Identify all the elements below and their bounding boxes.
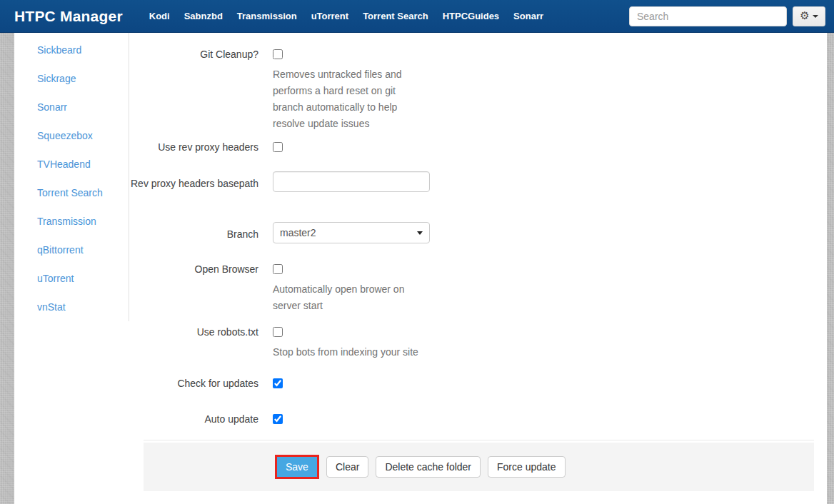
settings-form: Git Cleanup? Removes untracked files and… bbox=[130, 33, 814, 504]
nav-item-transmission[interactable]: Transmission bbox=[230, 1, 304, 31]
open-browser-checkbox[interactable] bbox=[273, 264, 283, 274]
check-updates-label: Check for updates bbox=[130, 376, 258, 390]
caret-down-icon bbox=[813, 15, 818, 18]
robots-label: Use robots.txt bbox=[130, 325, 258, 339]
navbar-right: ⚙ bbox=[629, 6, 834, 26]
git-cleanup-checkbox[interactable] bbox=[273, 49, 283, 59]
content-container: Sickbeard Sickrage Sonarr Squeezebox TVH… bbox=[14, 33, 827, 504]
sidebar-item-squeezebox[interactable]: Squeezebox bbox=[14, 121, 129, 150]
force-update-button[interactable]: Force update bbox=[488, 456, 566, 478]
sidebar-item-sickrage[interactable]: Sickrage bbox=[14, 64, 129, 93]
robots-checkbox[interactable] bbox=[273, 327, 283, 337]
sidebar-item-sickbeard[interactable]: Sickbeard bbox=[14, 36, 129, 64]
rev-proxy-checkbox[interactable] bbox=[273, 142, 283, 152]
sidebar-link[interactable]: uTorrent bbox=[37, 273, 74, 284]
sidebar-link[interactable]: Sickrage bbox=[37, 73, 76, 84]
check-updates-checkbox[interactable] bbox=[273, 378, 283, 388]
nav-item-sabnzbd[interactable]: Sabnzbd bbox=[177, 1, 230, 31]
annotation-highlight: Save bbox=[275, 455, 319, 479]
button-row: Save Clear Delete cache folder Force upd… bbox=[275, 455, 566, 479]
nav-item-htpcguides[interactable]: HTPCGuides bbox=[436, 1, 506, 31]
git-cleanup-label: Git Cleanup? bbox=[130, 47, 258, 61]
rev-proxy-label: Use rev proxy headers bbox=[130, 140, 258, 154]
sidebar-list: Sickbeard Sickrage Sonarr Squeezebox TVH… bbox=[14, 33, 129, 321]
branch-label: Branch bbox=[130, 222, 258, 241]
clear-button[interactable]: Clear bbox=[326, 456, 368, 478]
open-browser-help: Automatically open brower on server star… bbox=[273, 281, 426, 314]
sidebar-link[interactable]: vnStat bbox=[37, 301, 66, 313]
delete-cache-folder-button[interactable]: Delete cache folder bbox=[376, 456, 481, 478]
sidebar-link[interactable]: Squeezebox bbox=[37, 130, 93, 141]
sidebar-link[interactable]: Torrent Search bbox=[37, 187, 103, 198]
save-button[interactable]: Save bbox=[277, 457, 317, 477]
sidebar-link[interactable]: qBittorrent bbox=[37, 244, 84, 256]
nav-item-utorrent[interactable]: uTorrent bbox=[304, 1, 356, 31]
sidebar-link[interactable]: Sonarr bbox=[37, 101, 67, 113]
sidebar-item-transmission[interactable]: Transmission bbox=[14, 207, 129, 236]
gears-icon: ⚙ bbox=[800, 11, 809, 21]
auto-update-label: Auto update bbox=[130, 412, 258, 426]
form-footer-bar: Save Clear Delete cache folder Force upd… bbox=[144, 443, 814, 491]
sidebar-item-qbittorrent[interactable]: qBittorrent bbox=[14, 236, 129, 264]
open-browser-label: Open Browser bbox=[130, 262, 258, 276]
sidebar-link[interactable]: Transmission bbox=[37, 216, 96, 227]
nav-item-kodi[interactable]: Kodi bbox=[142, 1, 177, 31]
sidebar-link[interactable]: Sickbeard bbox=[37, 44, 81, 56]
sidebar-item-sonarr[interactable]: Sonarr bbox=[14, 93, 129, 121]
sidebar-item-vnstat[interactable]: vnStat bbox=[14, 293, 129, 321]
settings-dropdown-button[interactable]: ⚙ bbox=[793, 6, 825, 26]
settings-sidebar: Sickbeard Sickrage Sonarr Squeezebox TVH… bbox=[14, 33, 129, 321]
sidebar-item-tvheadend[interactable]: TVHeadend bbox=[14, 150, 129, 178]
branch-select[interactable]: master2 bbox=[273, 222, 430, 243]
nav-item-sonarr[interactable]: Sonarr bbox=[506, 1, 551, 31]
search-input[interactable] bbox=[629, 6, 787, 26]
basepath-input[interactable] bbox=[273, 171, 430, 192]
auto-update-checkbox[interactable] bbox=[273, 414, 283, 424]
robots-help: Stop bots from indexing your site bbox=[273, 344, 418, 361]
sidebar-item-utorrent[interactable]: uTorrent bbox=[14, 264, 129, 293]
form-divider bbox=[144, 440, 814, 440]
sidebar-item-torrent-search[interactable]: Torrent Search bbox=[14, 178, 129, 207]
git-cleanup-help: Removes untracked files and performs a h… bbox=[273, 66, 419, 132]
sidebar-link[interactable]: TVHeadend bbox=[37, 158, 91, 170]
navbar-links: Kodi Sabnzbd Transmission uTorrent Torre… bbox=[142, 1, 551, 31]
app-brand[interactable]: HTPC Manager bbox=[0, 8, 137, 25]
top-navbar: HTPC Manager Kodi Sabnzbd Transmission u… bbox=[0, 0, 834, 33]
nav-item-torrent-search[interactable]: Torrent Search bbox=[356, 1, 436, 31]
basepath-label: Rev proxy headers basepath bbox=[130, 171, 258, 191]
